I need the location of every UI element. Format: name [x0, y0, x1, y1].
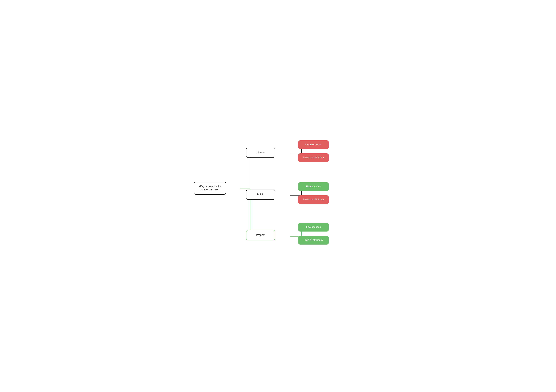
lower-zk-library-node: Lower zk efficiency	[298, 153, 329, 162]
diagram-svg	[191, 135, 365, 257]
few-opcodes-prophet-node: Few opcodes	[298, 223, 329, 232]
root-node: NP-type computation(For ZK-Friendly)	[194, 181, 226, 195]
few-opcodes-builtin-node: Few opcodes	[298, 182, 329, 191]
large-opcodes-node: Large opcodes	[298, 140, 329, 149]
root-to-library-line	[240, 153, 261, 189]
diagram-container: NP-type computation(For ZK-Friendly) Lib…	[191, 135, 365, 257]
library-node: Library	[246, 148, 275, 158]
prophet-node: Prophet	[246, 230, 275, 240]
lower-zk-builtin-node: Lower zk efficiency	[298, 195, 329, 204]
high-zk-prophet-node: High zk efficiency	[298, 236, 329, 245]
builtin-node: Builtin	[246, 189, 275, 200]
